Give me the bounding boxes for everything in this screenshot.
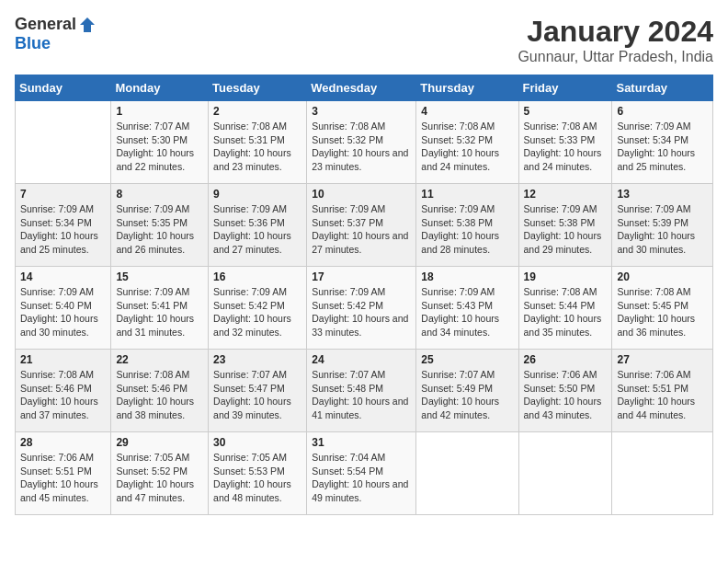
day-number: 14 (20, 270, 106, 283)
calendar-cell: 30Sunrise: 7:05 AMSunset: 5:53 PMDayligh… (209, 432, 307, 515)
day-number: 19 (524, 270, 608, 283)
calendar-cell: 31Sunrise: 7:04 AMSunset: 5:54 PMDayligh… (307, 432, 416, 515)
calendar-cell: 2Sunrise: 7:08 AMSunset: 5:31 PMDaylight… (209, 101, 307, 184)
calendar-cell: 15Sunrise: 7:09 AMSunset: 5:41 PMDayligh… (111, 267, 209, 350)
header-day-saturday: Saturday (612, 75, 713, 101)
day-number: 8 (116, 188, 203, 201)
day-number: 17 (312, 270, 411, 283)
calendar-cell: 18Sunrise: 7:09 AMSunset: 5:43 PMDayligh… (416, 267, 518, 350)
day-info: Sunrise: 7:08 AMSunset: 5:46 PMDaylight:… (20, 368, 106, 422)
day-info: Sunrise: 7:07 AMSunset: 5:30 PMDaylight:… (116, 120, 203, 174)
day-info: Sunrise: 7:09 AMSunset: 5:34 PMDaylight:… (617, 120, 708, 174)
day-info: Sunrise: 7:08 AMSunset: 5:32 PMDaylight:… (421, 120, 513, 174)
day-info: Sunrise: 7:09 AMSunset: 5:42 PMDaylight:… (213, 285, 301, 339)
day-number: 23 (213, 353, 301, 366)
calendar-header: SundayMondayTuesdayWednesdayThursdayFrid… (16, 75, 713, 101)
day-info: Sunrise: 7:09 AMSunset: 5:42 PMDaylight:… (312, 285, 411, 339)
day-info: Sunrise: 7:04 AMSunset: 5:54 PMDaylight:… (312, 451, 411, 505)
day-number: 9 (213, 188, 301, 201)
day-number: 28 (20, 436, 106, 449)
calendar-cell: 20Sunrise: 7:08 AMSunset: 5:45 PMDayligh… (612, 267, 713, 350)
day-number: 27 (617, 353, 708, 366)
logo: General Blue (15, 15, 97, 53)
calendar-cell (612, 432, 713, 515)
day-info: Sunrise: 7:08 AMSunset: 5:44 PMDaylight:… (524, 285, 608, 339)
calendar-cell: 4Sunrise: 7:08 AMSunset: 5:32 PMDaylight… (416, 101, 518, 184)
day-number: 13 (617, 188, 708, 201)
day-info: Sunrise: 7:05 AMSunset: 5:52 PMDaylight:… (116, 451, 203, 505)
logo-general: General (15, 15, 76, 34)
calendar-cell (16, 101, 111, 184)
day-info: Sunrise: 7:08 AMSunset: 5:31 PMDaylight:… (213, 120, 301, 174)
header-day-friday: Friday (518, 75, 612, 101)
calendar-cell: 14Sunrise: 7:09 AMSunset: 5:40 PMDayligh… (16, 267, 111, 350)
calendar-week-3: 14Sunrise: 7:09 AMSunset: 5:40 PMDayligh… (16, 267, 713, 350)
calendar-cell: 11Sunrise: 7:09 AMSunset: 5:38 PMDayligh… (416, 184, 518, 267)
calendar-cell: 19Sunrise: 7:08 AMSunset: 5:44 PMDayligh… (518, 267, 612, 350)
day-info: Sunrise: 7:06 AMSunset: 5:51 PMDaylight:… (617, 368, 708, 422)
header-day-wednesday: Wednesday (307, 75, 416, 101)
day-number: 1 (116, 105, 203, 118)
day-info: Sunrise: 7:07 AMSunset: 5:48 PMDaylight:… (312, 368, 411, 422)
logo-icon (78, 16, 97, 34)
day-number: 6 (617, 105, 708, 118)
calendar-cell: 24Sunrise: 7:07 AMSunset: 5:48 PMDayligh… (307, 350, 416, 432)
day-number: 21 (20, 353, 106, 366)
day-info: Sunrise: 7:05 AMSunset: 5:53 PMDaylight:… (213, 451, 301, 505)
day-info: Sunrise: 7:08 AMSunset: 5:33 PMDaylight:… (524, 120, 608, 174)
day-number: 7 (20, 188, 106, 201)
day-info: Sunrise: 7:09 AMSunset: 5:34 PMDaylight:… (20, 202, 106, 257)
calendar-cell: 23Sunrise: 7:07 AMSunset: 5:47 PMDayligh… (209, 350, 307, 432)
day-info: Sunrise: 7:09 AMSunset: 5:35 PMDaylight:… (116, 202, 203, 257)
day-info: Sunrise: 7:09 AMSunset: 5:41 PMDaylight:… (116, 285, 203, 339)
svg-marker-0 (80, 17, 95, 32)
day-number: 5 (524, 105, 608, 118)
calendar-table: SundayMondayTuesdayWednesdayThursdayFrid… (15, 75, 713, 515)
day-info: Sunrise: 7:09 AMSunset: 5:36 PMDaylight:… (213, 202, 301, 257)
day-number: 24 (312, 353, 411, 366)
day-number: 4 (421, 105, 513, 118)
calendar-cell: 22Sunrise: 7:08 AMSunset: 5:46 PMDayligh… (111, 350, 209, 432)
location: Gunnaur, Uttar Pradesh, India (518, 49, 713, 65)
day-info: Sunrise: 7:09 AMSunset: 5:43 PMDaylight:… (421, 285, 513, 339)
calendar-cell: 17Sunrise: 7:09 AMSunset: 5:42 PMDayligh… (307, 267, 416, 350)
day-number: 26 (524, 353, 608, 366)
calendar-cell (416, 432, 518, 515)
calendar-week-4: 21Sunrise: 7:08 AMSunset: 5:46 PMDayligh… (16, 350, 713, 432)
page-header: General Blue January 2024 Gunnaur, Uttar… (15, 15, 713, 65)
day-number: 30 (213, 436, 301, 449)
day-number: 11 (421, 188, 513, 201)
day-number: 18 (421, 270, 513, 283)
header-day-sunday: Sunday (16, 75, 111, 101)
calendar-cell: 28Sunrise: 7:06 AMSunset: 5:51 PMDayligh… (16, 432, 111, 515)
calendar-cell: 6Sunrise: 7:09 AMSunset: 5:34 PMDaylight… (612, 101, 713, 184)
day-info: Sunrise: 7:07 AMSunset: 5:47 PMDaylight:… (213, 368, 301, 422)
calendar-week-1: 1Sunrise: 7:07 AMSunset: 5:30 PMDaylight… (16, 101, 713, 184)
header-day-thursday: Thursday (416, 75, 518, 101)
calendar-body: 1Sunrise: 7:07 AMSunset: 5:30 PMDaylight… (16, 101, 713, 515)
day-info: Sunrise: 7:07 AMSunset: 5:49 PMDaylight:… (421, 368, 513, 422)
calendar-cell: 26Sunrise: 7:06 AMSunset: 5:50 PMDayligh… (518, 350, 612, 432)
header-day-tuesday: Tuesday (209, 75, 307, 101)
calendar-cell: 13Sunrise: 7:09 AMSunset: 5:39 PMDayligh… (612, 184, 713, 267)
calendar-cell: 12Sunrise: 7:09 AMSunset: 5:38 PMDayligh… (518, 184, 612, 267)
header-row: SundayMondayTuesdayWednesdayThursdayFrid… (16, 75, 713, 101)
day-number: 29 (116, 436, 203, 449)
day-info: Sunrise: 7:08 AMSunset: 5:45 PMDaylight:… (617, 285, 708, 339)
day-number: 12 (524, 188, 608, 201)
calendar-cell: 29Sunrise: 7:05 AMSunset: 5:52 PMDayligh… (111, 432, 209, 515)
day-number: 2 (213, 105, 301, 118)
calendar-cell: 1Sunrise: 7:07 AMSunset: 5:30 PMDaylight… (111, 101, 209, 184)
day-number: 10 (312, 188, 411, 201)
day-info: Sunrise: 7:09 AMSunset: 5:40 PMDaylight:… (20, 285, 106, 339)
calendar-cell: 27Sunrise: 7:06 AMSunset: 5:51 PMDayligh… (612, 350, 713, 432)
calendar-cell: 25Sunrise: 7:07 AMSunset: 5:49 PMDayligh… (416, 350, 518, 432)
calendar-cell: 3Sunrise: 7:08 AMSunset: 5:32 PMDaylight… (307, 101, 416, 184)
calendar-cell (518, 432, 612, 515)
day-number: 16 (213, 270, 301, 283)
calendar-cell: 16Sunrise: 7:09 AMSunset: 5:42 PMDayligh… (209, 267, 307, 350)
month-title: January 2024 (518, 15, 713, 49)
calendar-cell: 21Sunrise: 7:08 AMSunset: 5:46 PMDayligh… (16, 350, 111, 432)
calendar-week-5: 28Sunrise: 7:06 AMSunset: 5:51 PMDayligh… (16, 432, 713, 515)
day-info: Sunrise: 7:09 AMSunset: 5:38 PMDaylight:… (421, 202, 513, 257)
